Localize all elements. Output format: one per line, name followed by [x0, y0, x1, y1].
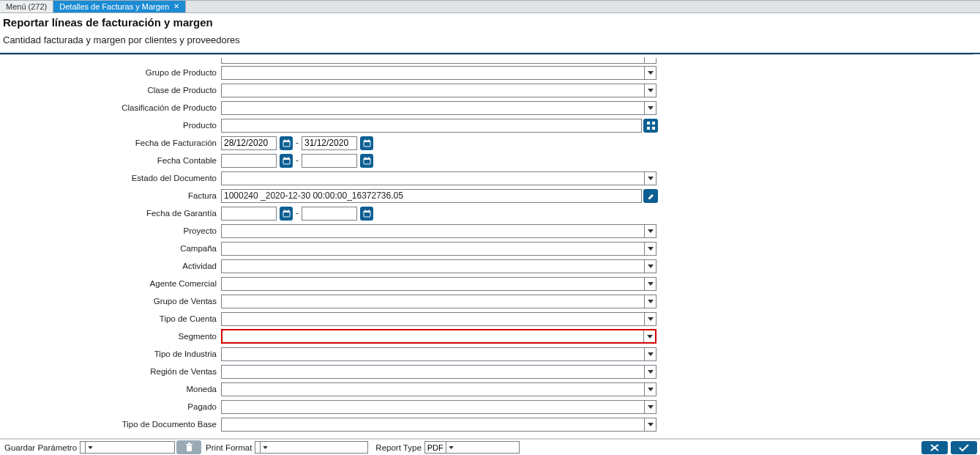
calendar-icon	[363, 139, 371, 147]
combo-tipo-documento-base[interactable]	[221, 418, 657, 432]
dropdown-icon[interactable]	[644, 418, 656, 431]
dropdown-icon[interactable]	[85, 442, 95, 453]
label-guardar-parametro: Guardar Parámetro	[1, 443, 80, 452]
input-factura[interactable]	[221, 189, 642, 203]
dropdown-icon[interactable]	[644, 102, 656, 114]
combo-proyecto-value	[222, 225, 644, 237]
combo-print-format[interactable]	[255, 441, 368, 454]
combo-tipo-cuenta[interactable]	[221, 312, 657, 326]
date-range-separator: -	[296, 208, 299, 218]
label-agente-comercial: Agente Comercial	[0, 279, 221, 288]
combo-grupo-producto[interactable]	[221, 66, 657, 80]
partial-field-top	[221, 58, 657, 64]
input-producto[interactable]	[221, 119, 642, 133]
calendar-icon	[283, 210, 291, 218]
combo-report-type[interactable]: PDF	[424, 441, 520, 454]
combo-estado-documento[interactable]	[221, 171, 657, 185]
page-subtitle: Cantidad facturada y margen por clientes…	[3, 34, 977, 45]
label-estado-documento: Estado del Documento	[0, 174, 221, 182]
combo-tipo-cuenta-value	[222, 313, 644, 325]
confirm-button[interactable]	[951, 441, 977, 454]
combo-grupo-producto-value	[222, 67, 644, 79]
svg-rect-30	[188, 443, 190, 444]
dropdown-icon[interactable]	[644, 225, 656, 237]
svg-rect-3	[652, 127, 655, 130]
label-moneda: Moneda	[0, 385, 221, 393]
svg-rect-29	[186, 444, 192, 445]
tab-detalles-facturas[interactable]: Detalles de Facturas y Margen ✕	[53, 1, 186, 12]
page-header: Reportar líneas de facturación y margen …	[0, 13, 980, 54]
combo-grupo-ventas-value	[222, 295, 644, 308]
combo-tipo-industria-value	[222, 348, 644, 360]
tab-menu[interactable]: Menú (272)	[0, 1, 53, 12]
label-tipo-industria: Tipo de Industria	[0, 349, 221, 358]
label-fecha-contable: Fecha Contable	[0, 156, 221, 165]
input-fecha-garantia-to[interactable]	[302, 207, 357, 221]
dropdown-icon[interactable]	[644, 260, 656, 273]
page-title: Reportar líneas de facturación y margen	[3, 16, 977, 29]
svg-rect-25	[364, 211, 370, 212]
dropdown-icon[interactable]	[644, 383, 656, 396]
svg-rect-13	[283, 158, 290, 160]
check-icon	[958, 443, 970, 452]
dropdown-icon[interactable]	[644, 172, 656, 185]
input-fecha-facturacion-to[interactable]	[302, 136, 357, 150]
lookup-producto-button[interactable]	[643, 119, 658, 133]
combo-agente-comercial[interactable]	[221, 277, 657, 291]
dropdown-icon[interactable]	[644, 366, 656, 378]
combo-tipo-industria[interactable]	[221, 347, 657, 361]
input-fecha-contable-from[interactable]	[221, 154, 277, 168]
combo-moneda-value	[222, 383, 644, 396]
calendar-button-to[interactable]	[360, 136, 373, 150]
dropdown-icon[interactable]	[644, 348, 656, 360]
combo-guardar-parametro[interactable]	[80, 441, 175, 454]
dropdown-icon[interactable]	[643, 330, 655, 342]
input-fecha-facturacion-from[interactable]	[221, 136, 277, 150]
svg-rect-28	[187, 445, 192, 451]
svg-rect-2	[647, 127, 650, 130]
svg-rect-17	[364, 158, 370, 160]
calendar-button-from[interactable]	[280, 154, 293, 168]
dropdown-icon[interactable]	[260, 442, 270, 453]
combo-campana-value	[222, 243, 644, 255]
label-segmento: Segmento	[0, 332, 221, 341]
combo-clasificacion-producto[interactable]	[221, 101, 657, 115]
dropdown-icon[interactable]	[446, 442, 456, 453]
combo-campana[interactable]	[221, 242, 657, 256]
combo-pagado[interactable]	[221, 400, 657, 414]
date-range-separator: -	[296, 155, 299, 166]
svg-rect-1	[652, 122, 655, 125]
calendar-button-to[interactable]	[360, 207, 373, 221]
input-fecha-contable-to[interactable]	[302, 154, 357, 168]
calendar-button-from[interactable]	[280, 207, 293, 221]
dropdown-icon[interactable]	[644, 295, 656, 308]
cancel-button[interactable]	[921, 441, 948, 454]
dropdown-icon[interactable]	[644, 67, 656, 79]
combo-clase-producto[interactable]	[221, 84, 657, 97]
dropdown-icon[interactable]	[644, 313, 656, 325]
form-scroll-area[interactable]: Grupo de Producto Clase de Producto Clas…	[0, 54, 973, 437]
dropdown-icon[interactable]	[644, 278, 656, 290]
grid-icon	[647, 122, 655, 130]
combo-region-ventas[interactable]	[221, 365, 657, 379]
combo-clasificacion-producto-value	[222, 102, 644, 114]
label-print-format: Print Format	[203, 443, 255, 452]
svg-rect-21	[283, 211, 290, 212]
combo-moneda[interactable]	[221, 382, 657, 396]
calendar-button-to[interactable]	[360, 154, 373, 168]
dropdown-icon[interactable]	[644, 243, 656, 255]
calendar-icon	[283, 157, 291, 165]
dropdown-icon[interactable]	[644, 84, 656, 97]
x-icon	[929, 443, 940, 452]
combo-actividad[interactable]	[221, 259, 657, 273]
combo-segmento[interactable]	[221, 329, 657, 344]
clear-factura-button[interactable]	[643, 189, 658, 203]
svg-rect-9	[364, 141, 370, 142]
close-icon[interactable]: ✕	[173, 3, 179, 10]
dropdown-icon[interactable]	[644, 401, 656, 413]
input-fecha-garantia-from[interactable]	[221, 207, 277, 221]
label-proyecto: Proyecto	[0, 226, 221, 235]
combo-grupo-ventas[interactable]	[221, 295, 657, 308]
calendar-button-from[interactable]	[280, 136, 293, 150]
combo-proyecto[interactable]	[221, 224, 657, 238]
